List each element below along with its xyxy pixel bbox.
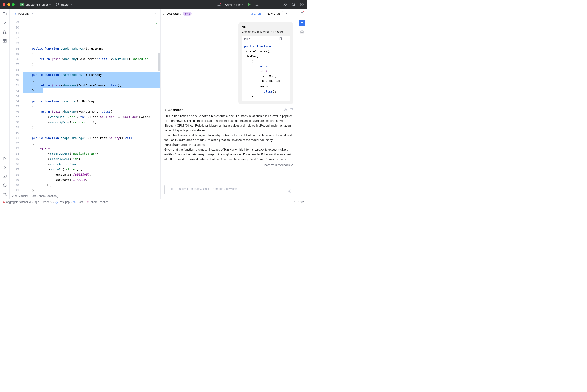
- pull-requests-icon[interactable]: [3, 30, 7, 34]
- tab-filename: Post.php: [18, 12, 30, 15]
- minimize-panel-icon[interactable]: —: [291, 12, 294, 15]
- editor-tabs: ◎ Post.php × ⋮: [10, 9, 161, 18]
- code-block-content: public function shareSnoozes(): HasMany …: [242, 42, 290, 101]
- ai-chat-body: Me ⋮ Explain the following PHP code: PHP: [161, 18, 297, 182]
- status-crumb[interactable]: Post: [78, 200, 83, 204]
- svg-rect-13: [3, 39, 5, 41]
- svg-point-22: [301, 30, 303, 32]
- svg-point-12: [5, 32, 7, 34]
- svg-point-11: [3, 32, 4, 34]
- search-icon[interactable]: [291, 2, 296, 6]
- status-bar: ◆ aggregate.stitcher.io › app › Models ›…: [0, 199, 307, 205]
- breadcrumb-class[interactable]: Post: [31, 194, 36, 198]
- svg-point-6: [284, 3, 286, 4]
- breadcrumb-separator: ›: [37, 194, 38, 198]
- message-menu-icon[interactable]: ⋮: [287, 25, 290, 28]
- status-crumb[interactable]: Post.php: [59, 200, 70, 204]
- collaborate-icon[interactable]: [283, 2, 287, 6]
- minimize-window-button[interactable]: [7, 3, 10, 6]
- commit-tool-icon[interactable]: [3, 20, 7, 25]
- ai-message: AI Assistant This PHP function shareSnoo…: [164, 108, 293, 167]
- ai-input-placeholder: 'Enter' to submit the query, 'Shift+Ente…: [167, 187, 237, 190]
- run-tool-icon[interactable]: [3, 166, 7, 169]
- svg-point-7: [292, 3, 294, 6]
- branch-selector[interactable]: master ▾: [54, 2, 74, 7]
- more-icon[interactable]: ⋮: [263, 3, 266, 6]
- close-window-button[interactable]: [3, 3, 6, 6]
- thumbs-up-icon[interactable]: [284, 108, 287, 112]
- svg-point-0: [56, 4, 57, 4]
- code-block: PHP public function shareSnoozes(): HasM…: [242, 36, 290, 101]
- beta-badge: Beta: [183, 12, 192, 16]
- run-config-label: Current File: [225, 3, 241, 6]
- editor-body[interactable]: 5960616263646566676869707172737475767778…: [10, 18, 161, 193]
- terminal-tool-icon[interactable]: [3, 174, 7, 178]
- deployment-icon[interactable]: ◆: [3, 200, 5, 204]
- svg-rect-14: [5, 39, 7, 41]
- status-host[interactable]: aggregate.stitcher.io: [6, 200, 31, 204]
- insert-code-icon[interactable]: [284, 37, 288, 40]
- breadcrumb-separator: ›: [29, 194, 30, 198]
- svg-point-19: [3, 193, 4, 194]
- chevron-down-icon: ▾: [242, 4, 243, 6]
- svg-rect-16: [5, 41, 7, 42]
- breadcrumb-namespace[interactable]: \App\Models\: [12, 194, 28, 198]
- structure-tool-icon[interactable]: [3, 39, 7, 43]
- maximize-window-button[interactable]: [12, 3, 15, 6]
- chevron-down-icon: ▾: [71, 4, 72, 6]
- svg-point-1: [56, 5, 57, 6]
- svg-point-2: [58, 4, 59, 4]
- run-button[interactable]: [247, 3, 251, 6]
- feedback-link[interactable]: Share your feedback ↗: [164, 163, 293, 167]
- database-tool-icon[interactable]: [300, 30, 304, 34]
- send-icon[interactable]: [287, 190, 291, 193]
- ai-input[interactable]: 'Enter' to submit the query, 'Shift+Ente…: [164, 184, 293, 195]
- ai-assistant-panel: AI Assistant Beta All Chats New Chat ⋮ —…: [161, 9, 297, 199]
- copy-code-icon[interactable]: [279, 37, 282, 40]
- tab-menu-icon[interactable]: ⋮: [153, 12, 159, 15]
- svg-point-4: [220, 3, 221, 4]
- status-crumb[interactable]: app: [35, 200, 39, 204]
- svg-rect-15: [3, 41, 5, 42]
- project-selector[interactable]: A phpstorm-project ▾: [18, 2, 52, 7]
- debug-button[interactable]: [255, 3, 259, 6]
- project-tool-icon[interactable]: [3, 12, 7, 16]
- thumbs-down-icon[interactable]: [290, 108, 293, 112]
- editor-scrollbar[interactable]: [158, 52, 160, 71]
- run-config-selector[interactable]: Current File ▾: [225, 3, 243, 6]
- status-crumb[interactable]: Models: [43, 200, 52, 204]
- inspection-ok-icon[interactable]: ✓: [156, 20, 158, 25]
- editor-panel: ◎ Post.php × ⋮ 5960616263646566676869707…: [10, 9, 161, 199]
- php-file-icon: ◎: [14, 12, 17, 16]
- more-tools-icon[interactable]: ⋯: [3, 48, 6, 52]
- vcs-tool-icon[interactable]: [3, 192, 7, 196]
- notifications-icon[interactable]: [300, 12, 304, 16]
- svg-point-8: [301, 4, 302, 5]
- chevron-down-icon: ▾: [49, 4, 51, 6]
- code-lang-label: PHP: [244, 37, 250, 40]
- user-label: Me: [242, 25, 246, 28]
- svg-rect-21: [280, 38, 282, 40]
- ai-response-text: This PHP function shareSnoozes represent…: [164, 114, 293, 162]
- new-chat-button[interactable]: New Chat: [264, 11, 283, 16]
- right-tool-rail: [297, 9, 307, 199]
- editor-tab[interactable]: ◎ Post.php ×: [12, 9, 36, 18]
- ai-assistant-tool-icon[interactable]: [299, 20, 305, 26]
- editor-breadcrumb: \App\Models\ › Post › shareSnoozes(): [10, 193, 161, 199]
- ai-panel-header: AI Assistant Beta All Chats New Chat ⋮ —: [161, 9, 297, 18]
- editor-gutter: 5960616263646566676869707172737475767778…: [10, 18, 23, 193]
- user-message: Me ⋮ Explain the following PHP code: PHP: [238, 22, 293, 104]
- php-version-label[interactable]: PHP: 8.2: [293, 200, 304, 204]
- problems-tool-icon[interactable]: [3, 183, 7, 187]
- svg-point-3: [218, 4, 220, 6]
- code-area[interactable]: ✓ public function pendingShares(): HasMa…: [23, 18, 161, 193]
- status-crumb[interactable]: shareSnoozes: [91, 200, 108, 204]
- breadcrumb-method[interactable]: shareSnoozes(): [39, 194, 58, 198]
- settings-icon[interactable]: [300, 2, 304, 6]
- close-tab-icon[interactable]: ×: [32, 12, 34, 15]
- ai-label: AI Assistant: [164, 108, 183, 112]
- more-icon[interactable]: ⋮: [285, 12, 288, 15]
- services-tool-icon[interactable]: [3, 156, 7, 160]
- bug-warning-icon[interactable]: [217, 2, 221, 6]
- all-chats-link[interactable]: All Chats: [250, 12, 262, 15]
